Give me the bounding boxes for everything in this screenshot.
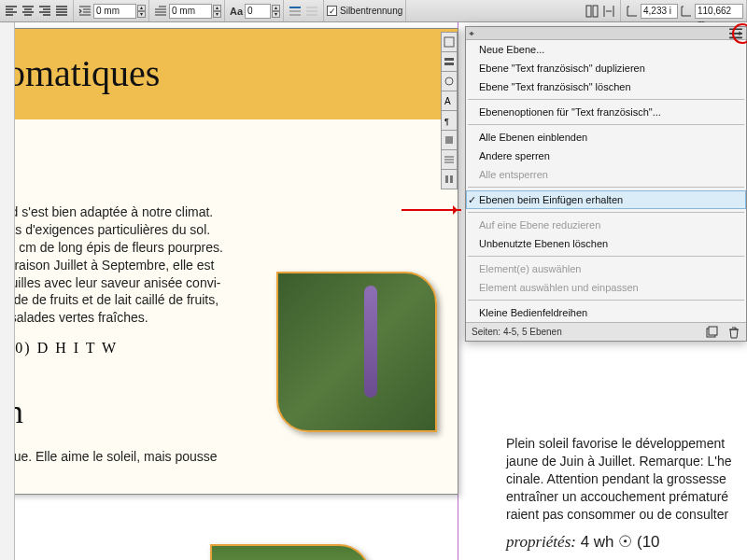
svg-rect-8 [445,136,453,144]
panel-tab[interactable] [441,149,458,170]
y-coord-icon [679,4,694,19]
menu-item: Alle entsperren [466,165,746,184]
gutter-icon[interactable] [601,4,616,19]
body-line: entraîner un accouchement prématuré [506,488,747,506]
panel-tab[interactable]: ¶ [441,110,458,131]
annotation-arrow [402,209,461,211]
props-value: 4 wh ☉ (10 [576,533,660,551]
spinner[interactable]: ▴▾ [213,5,221,18]
body-line: a pas d'exigences particulières du sol. [15,221,446,239]
panel-tab[interactable] [441,51,458,72]
indent-left-icon[interactable] [78,4,92,19]
plant-photo-frame-2[interactable] [210,544,371,560]
menu-item[interactable]: Ebenenoptionen für "Text französisch"... [466,103,746,121]
new-layer-icon[interactable] [705,326,718,339]
panel-tab[interactable]: A [441,91,458,111]
baseline-grid-on-icon[interactable] [288,4,303,19]
menu-item[interactable]: Alle Ebenen einblenden [466,128,746,147]
layers-flyout-menu: Neue Ebene...Ebene "Text französisch" du… [466,40,746,322]
menu-item[interactable]: Neue Ebene... [466,40,746,59]
panel-header[interactable]: ◂▸ [466,27,746,40]
control-panel-toolbar: 0 mm ▴▾ 0 mm ▴▾ Aa 0 ▴▾ Silbentrennung 4… [0,0,747,22]
panel-tab[interactable] [441,32,458,52]
body-line: cinale. Attention pendant la grossesse [506,470,747,488]
plant-photo-frame[interactable] [276,272,437,432]
svg-rect-2 [444,37,454,47]
align-left-icon[interactable] [4,4,19,19]
layers-panel: ◂▸ Neue Ebene...Ebene "Text französisch"… [465,26,747,342]
panel-grip-icon[interactable]: ◂▸ [469,29,472,37]
right-column-text[interactable]: Plein soleil favorise le développement j… [506,435,747,553]
vertical-ruler [0,22,15,560]
align-right-icon[interactable] [37,4,52,19]
trash-icon[interactable] [727,326,740,339]
align-justify-icon[interactable] [54,4,69,19]
svg-rect-10 [450,175,453,183]
baseline-grid-off-icon[interactable] [304,4,319,19]
menu-item[interactable]: Ebene "Text französisch" löschen [466,77,746,96]
svg-rect-12 [709,327,717,335]
page-spread[interactable]: omatiques Nord s'est bien adaptée à notr… [15,28,458,495]
y-coord-field[interactable]: 110,662 m [695,4,743,19]
collapsed-panels: A ¶ [441,32,458,189]
svg-rect-4 [444,63,454,65]
menu-separator [468,99,744,100]
body-line: exique. Elle aime le soleil, mais pousse [15,448,446,466]
body-line: Nord s'est bien adaptée à notre climat. [15,203,446,221]
page-title: omatiques [15,51,439,95]
columns-icon[interactable] [585,4,599,19]
first-indent-field[interactable]: 0 mm [169,4,212,19]
menu-item[interactable]: Unbenutzte Ebenen löschen [466,234,746,253]
left-indent-field[interactable]: 0 mm [93,4,136,19]
menu-separator [468,300,744,301]
body-line: 1 15 cm de long épis de fleurs pourpres. [15,239,446,257]
panel-status-bar: Seiten: 4-5, 5 Ebenen [466,322,746,341]
body-line: raient pas consommer ou de consulter [506,506,747,524]
menu-separator [468,256,744,257]
spinner[interactable]: ▴▾ [272,5,280,18]
x-coord-field[interactable]: 4,233 i [641,4,678,19]
x-coord-icon [625,4,640,19]
annotation-circle [732,23,747,44]
menu-item[interactable]: Ebenen beim Einfügen erhalten [466,190,746,209]
menu-separator [468,124,744,125]
drop-cap-icon[interactable]: Aa [229,4,244,19]
body-line: Plein soleil favorise le développement [506,435,747,453]
svg-text:A: A [444,96,451,106]
menu-item: Auf eine Ebene reduzieren [466,216,746,234]
title-band: omatiques [15,29,458,119]
menu-separator [468,212,744,213]
svg-rect-9 [445,175,448,183]
menu-separator [468,187,744,188]
svg-text:¶: ¶ [444,117,449,126]
hyphenation-checkbox[interactable] [327,6,337,16]
svg-rect-3 [444,58,454,61]
body-line: jaune de Juin à Juillet. Remarque: L'he [506,453,747,470]
hyphenation-label: Silbentrennung [340,6,402,16]
indent-first-icon[interactable] [153,4,168,19]
menu-item: Element auswählen und einpassen [466,278,746,297]
svg-rect-1 [593,6,598,17]
panel-tab[interactable] [441,71,458,91]
svg-rect-0 [586,6,591,17]
panel-tab[interactable] [441,130,458,150]
menu-item[interactable]: Kleine Bedienfeldreihen [466,303,746,322]
svg-point-5 [445,77,453,85]
status-text: Seiten: 4-5, 5 Ebenen [472,327,562,337]
menu-item[interactable]: Ebene "Text französisch" duplizieren [466,59,746,77]
align-center-icon[interactable] [21,4,35,19]
menu-item[interactable]: Andere sperren [466,147,746,165]
drop-cap-field[interactable]: 0 [245,4,271,19]
props-label: propriétés: [506,533,576,551]
body-text-frame-2[interactable]: exique. Elle aime le soleil, mais pousse [15,448,458,466]
menu-item: Element(e) auswählen [466,259,746,278]
spinner[interactable]: ▴▾ [137,5,146,18]
panel-tab[interactable] [441,169,458,189]
